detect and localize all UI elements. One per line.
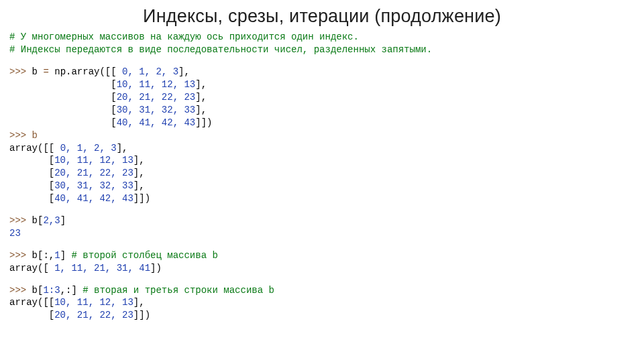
comment-block: # У многомерных массивов на каждую ось п…	[9, 31, 635, 56]
column-slice-block: >>> b[:,1] # второй столбец массива b ar…	[9, 249, 635, 275]
def-line-1: [10, 11, 12, 13],	[9, 78, 635, 91]
array-definition-block: >>> b = np.array([[ 0, 1, 2, 3], [10, 11…	[9, 66, 635, 205]
row-slice-block: >>> b[1:3,:] # вторая и третья строки ма…	[9, 284, 635, 322]
comment-line-2: # Индексы передаются в виде последовател…	[9, 44, 635, 56]
comment-line-1: # У многомерных массивов на каждую ось п…	[9, 31, 635, 44]
idx-out: 23	[9, 227, 635, 240]
def-line-2: [20, 21, 22, 23],	[9, 91, 635, 104]
show-prompt: >>> b	[9, 129, 635, 142]
show-line-2: [20, 21, 22, 23],	[9, 167, 635, 180]
col-out: array([ 1, 11, 21, 31, 41])	[9, 262, 635, 275]
row-line: >>> b[1:3,:] # вторая и третья строки ма…	[9, 284, 635, 297]
code-slide-body: # У многомерных массивов на каждую ось п…	[0, 31, 644, 322]
row-out-0: array([[10, 11, 12, 13],	[9, 296, 635, 309]
idx-line: >>> b[2,3]	[9, 215, 635, 227]
col-line: >>> b[:,1] # второй столбец массива b	[9, 249, 635, 262]
show-line-3: [30, 31, 32, 33],	[9, 180, 635, 192]
show-line-4: [40, 41, 42, 43]])	[9, 192, 635, 205]
index-scalar-block: >>> b[2,3] 23	[9, 215, 635, 240]
row-out-1: [20, 21, 22, 23]])	[9, 309, 635, 322]
page-title: Индексы, срезы, итерации (продолжение)	[0, 4, 644, 28]
def-line-3: [30, 31, 32, 33],	[9, 104, 635, 117]
show-line-1: [10, 11, 12, 13],	[9, 154, 635, 167]
def-line-4: [40, 41, 42, 43]])	[9, 117, 635, 129]
def-line-0: >>> b = np.array([[ 0, 1, 2, 3],	[9, 66, 635, 78]
show-line-0: array([[ 0, 1, 2, 3],	[9, 142, 635, 155]
